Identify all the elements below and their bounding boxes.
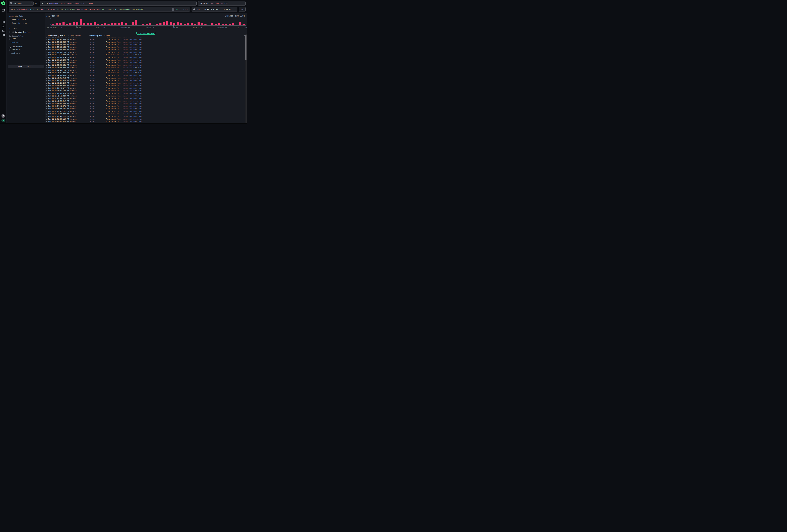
table-row[interactable]: Jun 11 1:55:16.296 PMpaymenterrorVisa ca…: [45, 59, 245, 61]
histogram-bar[interactable]: [205, 24, 207, 25]
row-expand-chevron-icon[interactable]: [46, 62, 47, 64]
table-row[interactable]: Jun 11 1:55:39.324 PMpaymenterrorVisa ca…: [45, 56, 245, 59]
table-body[interactable]: Jun 11 1:56:51.975 PMpaymenterrorVisa ca…: [45, 37, 245, 124]
row-expand-chevron-icon[interactable]: [46, 103, 47, 105]
table-row[interactable]: Jun 11 1:55:07.827 PMpaymenterrorVisa ca…: [45, 61, 245, 64]
filter-option-checkout[interactable]: checkout: [7, 48, 45, 51]
table-row[interactable]: Jun 11 1:54:06.953 PMpaymenterrorVisa ca…: [45, 77, 245, 79]
table-row[interactable]: Jun 11 1:52:25.630 PMpaymenterrorVisa ca…: [45, 103, 245, 105]
histogram-bar[interactable]: [80, 19, 82, 25]
histogram-bar[interactable]: [111, 23, 113, 25]
log-search-icon[interactable]: [2, 20, 5, 23]
chart-explorer-icon[interactable]: [2, 25, 5, 28]
row-expand-chevron-icon[interactable]: [46, 87, 47, 89]
select-query-input[interactable]: SELECT Timestamp, ServiceName, SeverityT…: [40, 1, 197, 5]
histogram-bar[interactable]: [69, 23, 71, 25]
row-expand-chevron-icon[interactable]: [46, 105, 47, 107]
gear-icon[interactable]: ⚙: [35, 2, 38, 5]
histogram-bar[interactable]: [239, 22, 241, 25]
histogram-bar[interactable]: [94, 22, 96, 25]
histogram-bar[interactable]: [107, 24, 110, 25]
table-row[interactable]: Jun 11 1:52:30.469 PMpaymenterrorVisa ca…: [45, 100, 245, 102]
table-row[interactable]: Jun 11 1:53:24.274 PMpaymenterrorVisa ca…: [45, 85, 245, 87]
row-expand-chevron-icon[interactable]: [46, 67, 47, 69]
histogram-bar[interactable]: [83, 23, 85, 25]
table-row[interactable]: Jun 11 1:55:59.760 PMpaymenterrorVisa ca…: [45, 51, 245, 54]
row-expand-chevron-icon[interactable]: [46, 93, 47, 95]
table-row[interactable]: Jun 11 1:56:51.975 PMpaymenterrorVisa ca…: [45, 37, 245, 38]
column-resize-handle[interactable]: [89, 35, 90, 36]
table-row[interactable]: Jun 11 1:51:43.121 PMpaymenterrorVisa ca…: [45, 115, 245, 118]
row-expand-chevron-icon[interactable]: [46, 98, 47, 100]
denoise-checkbox[interactable]: [9, 31, 10, 33]
table-row[interactable]: Jun 11 1:56:03.248 PMpaymenterrorVisa ca…: [45, 48, 245, 51]
histogram-bars[interactable]: [52, 19, 246, 25]
scrollbar-thumb[interactable]: [246, 35, 247, 60]
histogram-bar[interactable]: [121, 22, 123, 25]
histogram-bar[interactable]: [218, 23, 220, 25]
row-expand-chevron-icon[interactable]: [46, 72, 47, 74]
row-expand-chevron-icon[interactable]: [46, 121, 47, 123]
table-row[interactable]: Jun 11 1:52:19.473 PMpaymenterrorVisa ca…: [45, 105, 245, 107]
histogram-bar[interactable]: [180, 23, 182, 25]
row-expand-chevron-icon[interactable]: [46, 44, 47, 46]
panel-toggle-icon[interactable]: [2, 9, 5, 12]
row-expand-chevron-icon[interactable]: [46, 90, 47, 92]
histogram-bar[interactable]: [173, 23, 175, 25]
row-expand-chevron-icon[interactable]: [46, 41, 47, 43]
row-expand-chevron-icon[interactable]: [46, 69, 47, 71]
row-expand-chevron-icon[interactable]: [46, 108, 47, 110]
histogram-bar[interactable]: [56, 23, 58, 25]
where-query-input[interactable]: WHERE SeverityText = 'error' AND Body IL…: [9, 7, 190, 12]
resume-live-tail-button[interactable]: Resume Live Tail: [136, 32, 155, 35]
table-row[interactable]: Jun 11 1:53:10.922 PMpaymenterrorVisa ca…: [45, 87, 245, 89]
row-expand-chevron-icon[interactable]: [46, 95, 47, 97]
histogram-bar[interactable]: [187, 23, 189, 25]
table-row[interactable]: Jun 11 1:55:51.448 PMpaymenterrorVisa ca…: [45, 54, 245, 56]
table-row[interactable]: Jun 11 1:54:43.948 PMpaymenterrorVisa ca…: [45, 67, 245, 69]
table-row[interactable]: Jun 11 1:53:26.250 PMpaymenterrorVisa ca…: [45, 82, 245, 84]
run-query-button[interactable]: ▷: [239, 7, 246, 12]
row-expand-chevron-icon[interactable]: [46, 37, 47, 38]
time-range-picker[interactable]: Jun 11 13:41:52 - Jun 11 13:56:52: [192, 7, 237, 12]
sidebar-item-event-patterns[interactable]: Event Patterns: [7, 21, 45, 25]
table-row[interactable]: Jun 11 1:51:57.712 PMpaymenterrorVisa ca…: [45, 110, 245, 113]
info-checkbox[interactable]: [9, 38, 10, 40]
column-header-severitytext[interactable]: SeverityText: [90, 35, 102, 37]
load-more-servicename[interactable]: Load more: [7, 51, 45, 55]
hyperdx-logo-icon[interactable]: [1, 1, 5, 5]
table-row[interactable]: Jun 11 1:53:41.873 PMpaymenterrorVisa ca…: [45, 79, 245, 82]
histogram-bar[interactable]: [146, 24, 148, 25]
table-row[interactable]: Jun 11 1:53:00.676 PMpaymenterrorVisa ca…: [45, 92, 245, 95]
histogram-bar[interactable]: [87, 23, 89, 25]
table-row[interactable]: Jun 11 1:51:39.115 PMpaymenterrorVisa ca…: [45, 118, 245, 121]
histogram-bar[interactable]: [90, 23, 92, 25]
column-resize-handle[interactable]: [104, 35, 105, 36]
row-expand-chevron-icon[interactable]: [46, 85, 47, 87]
histogram-bar[interactable]: [52, 24, 54, 25]
table-row[interactable]: Jun 11 1:56:08.948 PMpaymenterrorVisa ca…: [45, 46, 245, 48]
orderby-query-input[interactable]: ORDER BY TimestampTime DESC: [198, 1, 246, 5]
user-avatar[interactable]: U: [1, 119, 5, 122]
more-filters-button[interactable]: More filters: [8, 65, 44, 68]
row-expand-chevron-icon[interactable]: [46, 51, 47, 54]
row-expand-chevron-icon[interactable]: [46, 82, 47, 84]
lucene-mode-button[interactable]: Lucene: [182, 8, 188, 10]
row-expand-chevron-icon[interactable]: [46, 77, 47, 79]
table-row[interactable]: Jun 11 1:51:47.229 PMpaymenterrorVisa ca…: [45, 113, 245, 115]
table-row[interactable]: Jun 11 1:51:31.415 PMpaymenterrorVisa ca…: [45, 121, 245, 123]
row-expand-chevron-icon[interactable]: [46, 113, 47, 115]
row-expand-chevron-icon[interactable]: [46, 116, 47, 118]
help-button[interactable]: ?: [1, 114, 5, 118]
histogram-bar[interactable]: [215, 24, 217, 25]
table-row[interactable]: Jun 11 1:52:51.824 PMpaymenterrorVisa ca…: [45, 95, 245, 97]
row-expand-chevron-icon[interactable]: [46, 39, 47, 41]
column-header-timestamp[interactable]: Timestamp (Local): [48, 35, 65, 37]
histogram-bar[interactable]: [125, 23, 127, 25]
row-expand-chevron-icon[interactable]: [46, 111, 47, 113]
histogram-bar[interactable]: [59, 23, 61, 25]
search-icon[interactable]: [9, 35, 11, 37]
table-row[interactable]: Jun 11 1:54:40.218 PMpaymenterrorVisa ca…: [45, 69, 245, 71]
histogram-bar[interactable]: [191, 23, 193, 25]
column-header-body[interactable]: Body: [106, 35, 110, 37]
